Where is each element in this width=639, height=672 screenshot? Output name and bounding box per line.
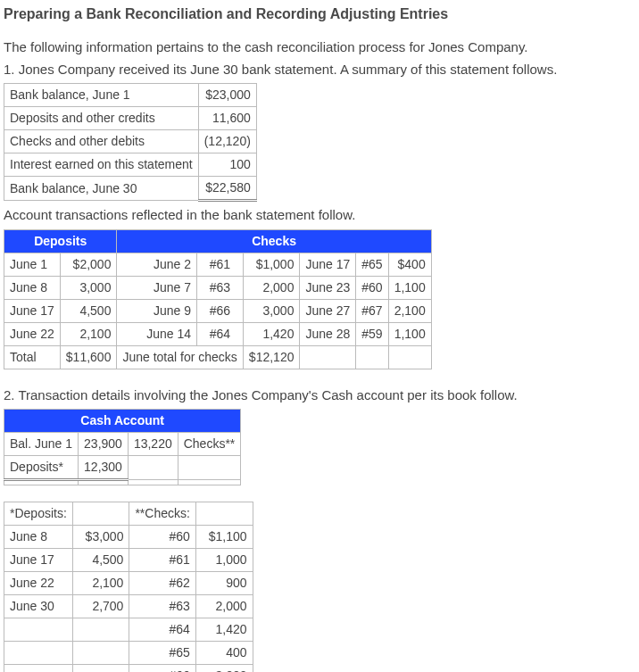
table-row: #663,000 <box>4 665 253 673</box>
trans-cell: June 22 <box>4 322 61 345</box>
detail-cell: #62 <box>129 572 195 595</box>
transactions-table: Deposits Checks June 1$2,000June 2#61$1,… <box>4 229 432 369</box>
cash-cell: Deposits* <box>4 456 79 480</box>
summary-value: 11,600 <box>198 107 256 130</box>
summary-value: (12,120) <box>198 130 256 153</box>
detail-cell: 2,000 <box>195 595 253 618</box>
trans-cell: 2,000 <box>243 276 300 299</box>
summary-value: $23,000 <box>198 84 256 107</box>
detail-cell: June 22 <box>4 572 73 595</box>
table-row: June 8$3,000#60$1,100 <box>4 526 253 549</box>
empty-cell <box>72 502 129 526</box>
table-row-total: Total $11,600 June total for checks $12,… <box>4 345 432 369</box>
summary-label: Deposits and other credits <box>4 107 199 130</box>
detail-cell: 2,700 <box>72 595 129 618</box>
trans-cell: June 17 <box>300 253 356 276</box>
trans-cell: #65 <box>356 253 388 276</box>
trans-cell: $2,000 <box>60 253 117 276</box>
step1-text: 1. Jones Company received its June 30 ba… <box>4 60 635 80</box>
trans-cell: #59 <box>356 322 388 345</box>
trans-cell: 4,500 <box>60 299 117 322</box>
cash-cell <box>128 456 178 480</box>
table-row: June 222,100June 14#641,420June 28#591,1… <box>4 322 432 345</box>
detail-cell: $3,000 <box>72 526 129 549</box>
table-row: June 302,700#632,000 <box>4 595 253 618</box>
trans-cell: June 14 <box>117 322 197 345</box>
trans-cell: 2,100 <box>388 299 431 322</box>
detail-cell: 1,000 <box>195 549 253 572</box>
total-checks: $12,120 <box>243 345 300 369</box>
trans-cell: June 8 <box>4 276 61 299</box>
detail-cell: June 30 <box>4 595 73 618</box>
table-row: June 222,100#62900 <box>4 572 253 595</box>
cash-cell <box>79 480 129 485</box>
trans-cell: June 28 <box>300 322 356 345</box>
cash-cell: Bal. June 1 <box>4 433 79 456</box>
page-title: Preparing a Bank Reconciliation and Reco… <box>4 4 635 25</box>
detail-cell: $1,100 <box>195 526 253 549</box>
summary-label: Checks and other debits <box>4 130 199 153</box>
empty-cell <box>356 345 388 369</box>
cash-account-table: Cash Account Bal. June 123,90013,220Chec… <box>4 409 241 485</box>
table-row: June 83,000June 7#632,000June 23#601,100 <box>4 276 432 299</box>
empty-cell <box>388 345 431 369</box>
trans-cell: $1,000 <box>243 253 300 276</box>
trans-cell: #60 <box>356 276 388 299</box>
table-row: Deposits*12,300 <box>4 456 241 480</box>
summary-label: Interest earned on this statement <box>4 153 199 177</box>
detail-cell <box>72 642 129 665</box>
detail-header-deposits: *Deposits: <box>4 502 73 526</box>
summary-table: Bank balance, June 1$23,000Deposits and … <box>4 83 257 202</box>
detail-cell: 4,500 <box>72 549 129 572</box>
trans-cell: June 27 <box>300 299 356 322</box>
detail-cell: 3,000 <box>195 665 253 673</box>
empty-cell <box>195 502 253 526</box>
table-row: June 174,500June 9#663,000June 27#672,10… <box>4 299 432 322</box>
trans-cell: #63 <box>197 276 244 299</box>
trans-cell: #61 <box>197 253 244 276</box>
detail-cell: June 17 <box>4 549 73 572</box>
cash-cell <box>178 456 241 480</box>
table-row: Bal. June 123,90013,220Checks** <box>4 433 241 456</box>
detail-cell: June 8 <box>4 526 73 549</box>
detail-cell: #63 <box>129 595 195 618</box>
trans-cell: June 17 <box>4 299 61 322</box>
summary-label: Bank balance, June 1 <box>4 84 199 107</box>
detail-cell: #61 <box>129 549 195 572</box>
trans-cell: June 1 <box>4 253 61 276</box>
table-row: Bank balance, June 30$22,580 <box>4 177 257 201</box>
table-row: Interest earned on this statement100 <box>4 153 257 177</box>
detail-cell <box>72 665 129 673</box>
summary-value: 100 <box>198 153 256 177</box>
total-deposits: $11,600 <box>60 345 117 369</box>
header-cash-account: Cash Account <box>4 410 241 433</box>
table-row: #65400 <box>4 642 253 665</box>
cash-cell: 13,220 <box>128 433 178 456</box>
cash-cell <box>178 480 241 485</box>
trans-cell: 3,000 <box>243 299 300 322</box>
summary-value: $22,580 <box>198 177 256 201</box>
table-row: June 174,500#611,000 <box>4 549 253 572</box>
table-row: Checks and other debits(12,120) <box>4 130 257 153</box>
trans-cell: 2,100 <box>60 322 117 345</box>
detail-cell: #66 <box>129 665 195 673</box>
cash-cell: 12,300 <box>79 456 129 480</box>
trans-cell: 3,000 <box>60 276 117 299</box>
trans-cell: #64 <box>197 322 244 345</box>
table-row: June 1$2,000June 2#61$1,000June 17#65$40… <box>4 253 432 276</box>
trans-cell: #67 <box>356 299 388 322</box>
intro-text: The following information pertains to th… <box>4 37 635 58</box>
trans-cell: 1,100 <box>388 276 431 299</box>
cash-cell: Checks** <box>178 433 241 456</box>
trans-cell: June 7 <box>117 276 197 299</box>
trans-cell: June 2 <box>117 253 197 276</box>
detail-header-checks: **Checks: <box>129 502 195 526</box>
trans-cell: 1,420 <box>243 322 300 345</box>
detail-cell: #65 <box>129 642 195 665</box>
summary-label: Bank balance, June 30 <box>4 177 199 201</box>
header-deposits: Deposits <box>4 229 117 253</box>
detail-cell <box>4 642 73 665</box>
detail-cell: #60 <box>129 526 195 549</box>
total-label: Total <box>4 345 61 369</box>
cash-cell: 23,900 <box>79 433 129 456</box>
